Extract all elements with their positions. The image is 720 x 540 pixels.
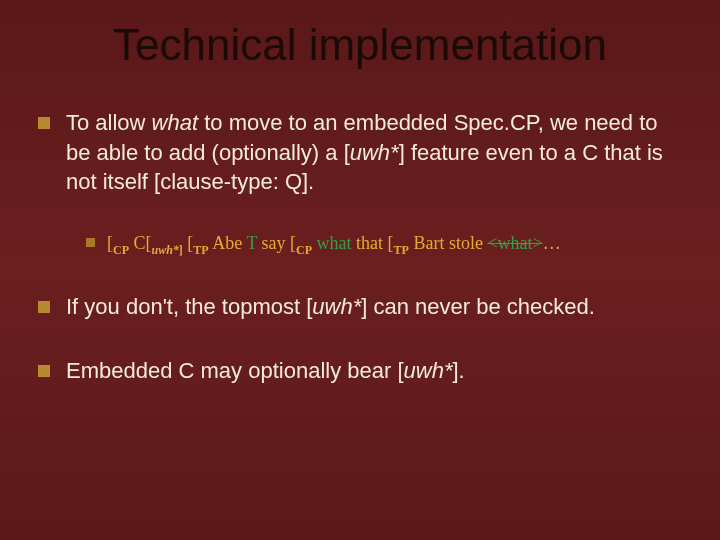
subscript-italic: uwh* [152,243,179,257]
slide-title: Technical implementation [38,20,682,70]
text: If you don't, the topmost [ [66,294,312,319]
text: C[ [129,233,152,253]
text: Abe [209,233,247,253]
text-italic: uwh* [350,140,399,165]
text: … [543,233,561,253]
text-italic: what [152,110,198,135]
text-italic: uwh* [312,294,361,319]
text: that [352,233,388,253]
bullet-2: If you don't, the topmost [uwh*] can nev… [38,292,682,322]
subscript: TP [193,243,208,257]
text-green: what [312,233,352,253]
square-bullet-icon [86,238,95,247]
text: To allow [66,110,152,135]
bullet-3: Embedded C may optionally bear [uwh*]. [38,356,682,386]
subscript: TP [394,243,409,257]
bullet-1-text: To allow what to move to an embedded Spe… [66,108,682,197]
text: ]. [452,358,464,383]
bullet-3-text: Embedded C may optionally bear [uwh*]. [66,356,465,386]
subscript: CP [296,243,312,257]
text: ] can never be checked. [361,294,595,319]
text: say [257,233,290,253]
square-bullet-icon [38,301,50,313]
bullet-1: To allow what to move to an embedded Spe… [38,108,682,197]
text: Embedded C may optionally bear [ [66,358,404,383]
square-bullet-icon [38,117,50,129]
subscript: CP [113,243,129,257]
sub-bullet-1-text: [CP C[uwh*] [TP Abe T say [CP what that … [107,231,561,258]
sub-bullet-1: [CP C[uwh*] [TP Abe T say [CP what that … [86,231,682,258]
bullet-2-text: If you don't, the topmost [uwh*] can nev… [66,292,595,322]
text-italic: uwh* [404,358,453,383]
text: Bart stole [409,233,488,253]
text-strike: <what> [487,233,542,253]
square-bullet-icon [38,365,50,377]
text-green: T [246,233,257,253]
slide: Technical implementation To allow what t… [0,0,720,540]
